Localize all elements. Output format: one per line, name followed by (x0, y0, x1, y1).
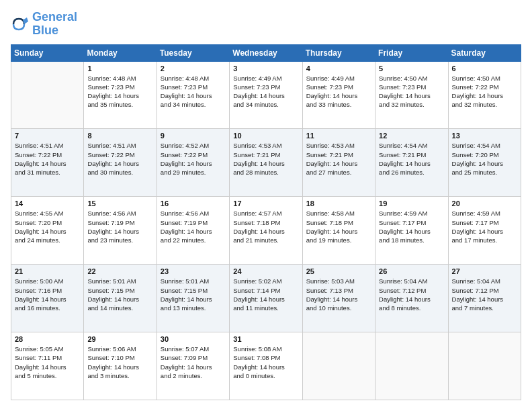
day-info: Sunrise: 5:00 AM Sunset: 7:16 PM Dayligh… (15, 277, 80, 312)
calendar-cell: 25Sunrise: 5:03 AM Sunset: 7:13 PM Dayli… (302, 265, 375, 332)
day-info: Sunrise: 4:56 AM Sunset: 7:19 PM Dayligh… (161, 209, 226, 244)
day-info: Sunrise: 5:01 AM Sunset: 7:15 PM Dayligh… (161, 277, 226, 312)
day-info: Sunrise: 4:59 AM Sunset: 7:17 PM Dayligh… (379, 209, 444, 244)
day-number: 21 (15, 267, 80, 275)
calendar-cell: 12Sunrise: 4:54 AM Sunset: 7:21 PM Dayli… (375, 129, 448, 197)
day-info: Sunrise: 4:58 AM Sunset: 7:18 PM Dayligh… (306, 209, 371, 244)
day-info: Sunrise: 4:51 AM Sunset: 7:22 PM Dayligh… (87, 141, 152, 177)
day-number: 2 (161, 64, 226, 73)
day-number: 24 (233, 267, 298, 275)
day-number: 9 (161, 132, 226, 140)
calendar-cell: 31Sunrise: 5:08 AM Sunset: 7:08 PM Dayli… (230, 332, 302, 400)
day-info: Sunrise: 4:50 AM Sunset: 7:22 PM Dayligh… (452, 74, 517, 109)
day-number: 13 (452, 132, 517, 140)
day-number: 6 (452, 64, 517, 73)
day-number: 1 (87, 64, 152, 73)
calendar-cell: 19Sunrise: 4:59 AM Sunset: 7:17 PM Dayli… (375, 197, 448, 265)
calendar-cell: 4Sunrise: 4:49 AM Sunset: 7:23 PM Daylig… (302, 61, 375, 129)
calendar-cell: 8Sunrise: 4:51 AM Sunset: 7:22 PM Daylig… (84, 129, 157, 197)
day-number: 14 (15, 199, 80, 208)
day-number: 29 (87, 335, 152, 343)
page: General Blue SundayMondayTuesdayWednesda… (0, 0, 532, 411)
calendar-cell: 17Sunrise: 4:57 AM Sunset: 7:18 PM Dayli… (230, 197, 302, 265)
calendar-week-row: 14Sunrise: 4:55 AM Sunset: 7:20 PM Dayli… (11, 197, 521, 265)
day-info: Sunrise: 4:56 AM Sunset: 7:19 PM Dayligh… (87, 209, 152, 244)
calendar-week-row: 1Sunrise: 4:48 AM Sunset: 7:23 PM Daylig… (11, 61, 521, 129)
day-number: 25 (306, 267, 371, 275)
day-number: 3 (233, 64, 298, 73)
weekday-header: Thursday (302, 44, 375, 61)
day-info: Sunrise: 5:08 AM Sunset: 7:08 PM Dayligh… (233, 345, 298, 380)
calendar-cell: 30Sunrise: 5:07 AM Sunset: 7:09 PM Dayli… (157, 332, 229, 400)
calendar-table: SundayMondayTuesdayWednesdayThursdayFrid… (11, 44, 521, 400)
day-info: Sunrise: 4:55 AM Sunset: 7:20 PM Dayligh… (15, 209, 80, 244)
day-number: 23 (161, 267, 226, 275)
calendar-week-row: 28Sunrise: 5:05 AM Sunset: 7:11 PM Dayli… (11, 332, 521, 400)
day-info: Sunrise: 5:04 AM Sunset: 7:12 PM Dayligh… (452, 277, 517, 312)
calendar-cell (448, 332, 521, 400)
day-number: 5 (379, 64, 444, 73)
calendar-cell: 23Sunrise: 5:01 AM Sunset: 7:15 PM Dayli… (157, 265, 229, 332)
day-info: Sunrise: 4:54 AM Sunset: 7:21 PM Dayligh… (379, 141, 444, 177)
day-info: Sunrise: 5:02 AM Sunset: 7:14 PM Dayligh… (233, 277, 298, 312)
day-number: 19 (379, 199, 444, 208)
logo: General Blue (11, 11, 77, 38)
day-number: 12 (379, 132, 444, 140)
day-info: Sunrise: 4:49 AM Sunset: 7:23 PM Dayligh… (306, 74, 371, 109)
weekday-header: Wednesday (230, 44, 302, 61)
day-number: 11 (306, 132, 371, 140)
calendar-week-row: 21Sunrise: 5:00 AM Sunset: 7:16 PM Dayli… (11, 265, 521, 332)
calendar-cell: 27Sunrise: 5:04 AM Sunset: 7:12 PM Dayli… (448, 265, 521, 332)
day-info: Sunrise: 4:50 AM Sunset: 7:23 PM Dayligh… (379, 74, 444, 109)
day-number: 16 (161, 199, 226, 208)
day-info: Sunrise: 5:07 AM Sunset: 7:09 PM Dayligh… (161, 345, 226, 380)
calendar-cell: 26Sunrise: 5:04 AM Sunset: 7:12 PM Dayli… (375, 265, 448, 332)
calendar-cell (11, 61, 84, 129)
day-number: 4 (306, 64, 371, 73)
day-info: Sunrise: 4:59 AM Sunset: 7:17 PM Dayligh… (452, 209, 517, 244)
day-info: Sunrise: 4:54 AM Sunset: 7:20 PM Dayligh… (452, 141, 517, 177)
calendar-cell (375, 332, 448, 400)
calendar-cell: 13Sunrise: 4:54 AM Sunset: 7:20 PM Dayli… (448, 129, 521, 197)
calendar-cell: 18Sunrise: 4:58 AM Sunset: 7:18 PM Dayli… (302, 197, 375, 265)
day-info: Sunrise: 4:52 AM Sunset: 7:22 PM Dayligh… (161, 141, 226, 177)
calendar-cell: 3Sunrise: 4:49 AM Sunset: 7:23 PM Daylig… (230, 61, 302, 129)
day-number: 17 (233, 199, 298, 208)
day-number: 20 (452, 199, 517, 208)
calendar-cell (302, 332, 375, 400)
calendar-cell: 20Sunrise: 4:59 AM Sunset: 7:17 PM Dayli… (448, 197, 521, 265)
day-number: 15 (87, 199, 152, 208)
calendar-cell: 15Sunrise: 4:56 AM Sunset: 7:19 PM Dayli… (84, 197, 157, 265)
weekday-header: Tuesday (157, 44, 229, 61)
day-number: 22 (87, 267, 152, 275)
day-number: 10 (233, 132, 298, 140)
calendar-cell: 14Sunrise: 4:55 AM Sunset: 7:20 PM Dayli… (11, 197, 84, 265)
calendar-cell: 28Sunrise: 5:05 AM Sunset: 7:11 PM Dayli… (11, 332, 84, 400)
weekday-header: Sunday (11, 44, 84, 61)
day-info: Sunrise: 4:51 AM Sunset: 7:22 PM Dayligh… (15, 141, 80, 177)
day-info: Sunrise: 4:53 AM Sunset: 7:21 PM Dayligh… (233, 141, 298, 177)
day-number: 28 (15, 335, 80, 343)
calendar-cell: 7Sunrise: 4:51 AM Sunset: 7:22 PM Daylig… (11, 129, 84, 197)
calendar-cell: 5Sunrise: 4:50 AM Sunset: 7:23 PM Daylig… (375, 61, 448, 129)
logo-text: General Blue (32, 11, 77, 38)
day-number: 27 (452, 267, 517, 275)
calendar-cell: 24Sunrise: 5:02 AM Sunset: 7:14 PM Dayli… (230, 265, 302, 332)
day-info: Sunrise: 5:01 AM Sunset: 7:15 PM Dayligh… (87, 277, 152, 312)
calendar-cell: 22Sunrise: 5:01 AM Sunset: 7:15 PM Dayli… (84, 265, 157, 332)
logo-icon (11, 15, 30, 34)
day-info: Sunrise: 5:06 AM Sunset: 7:10 PM Dayligh… (87, 345, 152, 380)
day-info: Sunrise: 4:57 AM Sunset: 7:18 PM Dayligh… (233, 209, 298, 244)
day-info: Sunrise: 5:05 AM Sunset: 7:11 PM Dayligh… (15, 345, 80, 380)
day-number: 30 (161, 335, 226, 343)
day-number: 26 (379, 267, 444, 275)
header: General Blue (11, 11, 521, 38)
day-info: Sunrise: 4:53 AM Sunset: 7:21 PM Dayligh… (306, 141, 371, 177)
calendar-cell: 16Sunrise: 4:56 AM Sunset: 7:19 PM Dayli… (157, 197, 229, 265)
day-info: Sunrise: 4:48 AM Sunset: 7:23 PM Dayligh… (161, 74, 226, 109)
calendar-cell: 11Sunrise: 4:53 AM Sunset: 7:21 PM Dayli… (302, 129, 375, 197)
calendar-cell: 9Sunrise: 4:52 AM Sunset: 7:22 PM Daylig… (157, 129, 229, 197)
weekday-header: Monday (84, 44, 157, 61)
day-info: Sunrise: 5:04 AM Sunset: 7:12 PM Dayligh… (379, 277, 444, 312)
weekday-header: Saturday (448, 44, 521, 61)
